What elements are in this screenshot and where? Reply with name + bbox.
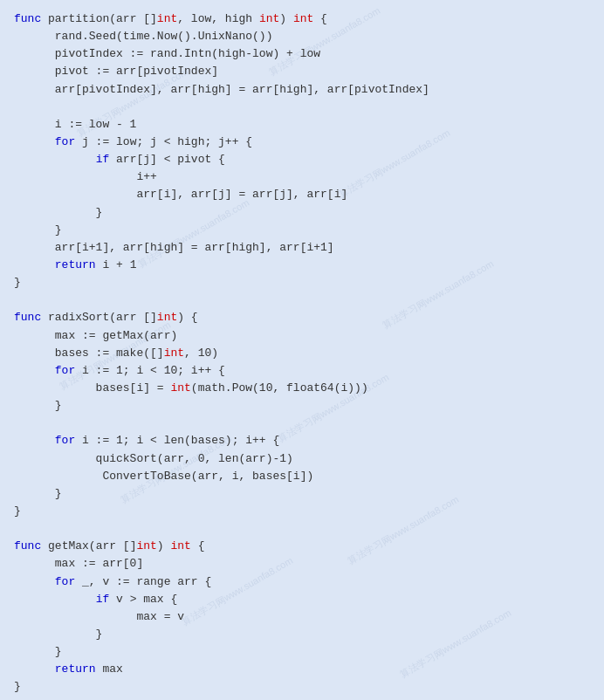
line-39: } <box>14 678 590 696</box>
line-11: arr[i], arr[j] = arr[j], arr[i] <box>14 186 590 203</box>
line-26: quickSort(arr, 0, len(arr)-1) <box>14 450 590 468</box>
line-36: } <box>14 626 590 643</box>
line-6-empty <box>14 99 590 116</box>
code-container: 算法学习网www.suanfa8.com 算法学习网www.suanfa8.co… <box>0 0 604 700</box>
line-25: for i := 1; i < len(bases); i++ { <box>14 432 590 450</box>
line-8: for j := low; j < high; j++ { <box>14 134 590 151</box>
line-31: func getMax(arr []int) int { <box>14 538 590 555</box>
line-14: arr[i+1], arr[high] = arr[high], arr[i+1… <box>14 239 590 257</box>
line-32: max := arr[0] <box>14 555 590 573</box>
line-17-empty <box>14 292 590 309</box>
line-10: i++ <box>14 168 590 186</box>
line-18: func radixSort(arr []int) { <box>14 309 590 326</box>
code-block: func partition(arr []int, low, high int)… <box>14 10 590 696</box>
line-7: i := low - 1 <box>14 116 590 134</box>
line-22: bases[i] = int(math.Pow(10, float64(i))) <box>14 380 590 397</box>
line-27: ConvertToBase(arr, i, bases[i]) <box>14 468 590 485</box>
line-2: rand.Seed(time.Now().UnixNano()) <box>14 28 590 45</box>
line-34: if v > max { <box>14 591 590 608</box>
line-5: arr[pivotIndex], arr[high] = arr[high], … <box>14 81 590 99</box>
line-3: pivotIndex := rand.Intn(high-low) + low <box>14 45 590 63</box>
line-16: } <box>14 274 590 292</box>
line-1: func partition(arr []int, low, high int)… <box>14 10 590 28</box>
line-12: } <box>14 204 590 222</box>
line-30-empty <box>14 520 590 538</box>
line-13: } <box>14 222 590 239</box>
line-19: max := getMax(arr) <box>14 327 590 345</box>
line-9: if arr[j] < pivot { <box>14 151 590 168</box>
line-23: } <box>14 397 590 415</box>
line-20: bases := make([]int, 10) <box>14 345 590 362</box>
line-21: for i := 1; i < 10; i++ { <box>14 362 590 380</box>
line-4: pivot := arr[pivotIndex] <box>14 63 590 80</box>
line-35: max = v <box>14 608 590 626</box>
line-15: return i + 1 <box>14 257 590 274</box>
line-38: return max <box>14 661 590 678</box>
line-37: } <box>14 643 590 661</box>
line-24-empty <box>14 415 590 432</box>
line-28: } <box>14 485 590 503</box>
line-33: for _, v := range arr { <box>14 573 590 591</box>
line-29: } <box>14 503 590 520</box>
